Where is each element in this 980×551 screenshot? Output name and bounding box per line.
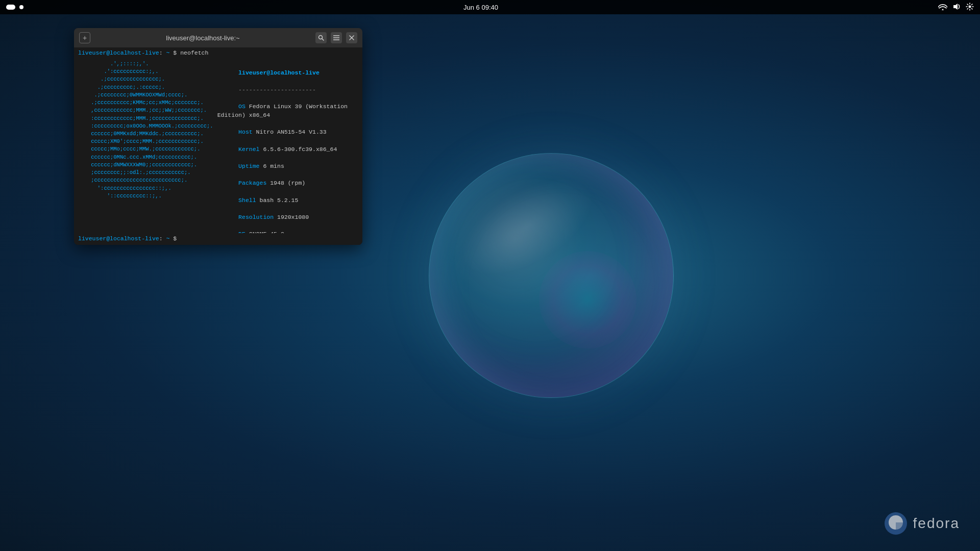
nf-uptime-label: Uptime [238,163,259,169]
svg-line-4 [322,39,324,40]
terminal-prompt: liveuser@localhost-live: ~ $ [74,233,362,245]
terminal-titlebar: + liveuser@localhost-live:~ [74,28,362,47]
nf-shell-label: Shell [238,197,256,204]
nf-username: liveuser@localhost-live [238,69,320,76]
nf-packages-label: Packages [238,180,266,186]
nf-os-value: Fedora Linux 39 (Workstation Edition) x8… [217,103,351,118]
nf-uptime-value: 6 mins [260,163,284,169]
nf-shell-value: bash 5.2.15 [256,197,299,204]
svg-point-2 [968,5,971,8]
close-button[interactable] [346,32,357,43]
nf-host-value: Nitro AN515-54 V1.33 [253,129,327,135]
activities-indicator [6,5,15,10]
activities-dot [19,5,23,9]
titlebar-left: + [79,32,90,43]
prompt-dollar2: $ [169,235,177,242]
settings-icon [966,3,974,12]
fedora-wordmark: fedora [913,515,960,532]
nf-host-label: Host [238,129,253,135]
wifi-icon [938,3,947,12]
command-text: neofetch [180,49,208,56]
nf-os-label: OS [238,103,246,110]
svg-point-3 [319,36,323,39]
bubble-decoration [429,153,674,398]
svg-marker-1 [953,4,958,10]
terminal-window: + liveuser@localhost-live:~ [74,28,362,245]
search-button[interactable] [315,32,327,43]
topbar-left [6,5,23,10]
topbar-datetime: Jun 6 09:40 [463,4,498,11]
nf-kernel-value: 6.5.6-300.fc39.x86_64 [260,146,337,153]
prompt-dollar: $ [169,49,180,56]
prompt-user: liveuser@localhost-live [78,235,159,242]
datetime-label: Jun 6 09:40 [463,4,498,11]
sound-icon [952,3,961,12]
nf-separator: ---------------------- [238,86,316,93]
titlebar-right [315,32,357,43]
prompt-colon: : [159,49,166,56]
terminal-title: liveuser@localhost-live:~ [90,34,315,42]
nf-kernel-label: Kernel [238,146,259,153]
topbar-right [938,3,974,12]
neofetch-info: liveuser@localhost-live ----------------… [213,60,358,230]
menu-button[interactable] [331,32,342,43]
nf-packages-value: 1948 (rpm) [266,180,305,186]
fedora-logo: fedora [884,511,960,536]
topbar: Jun 6 09:40 [0,0,980,14]
new-tab-button[interactable]: + [79,32,90,43]
terminal-title-text: liveuser@localhost-live:~ [166,34,239,42]
ascii-art: .',;::::;,'. .':cccccccccc:;,. .;ccccccc… [78,60,213,230]
terminal-content: .',;::::;,'. .':cccccccccc:;,. .;ccccccc… [74,57,362,233]
prompt-colon2: : [159,235,166,242]
nf-resolution-label: Resolution [238,214,274,220]
fedora-icon [884,511,908,536]
prompt-prefix: liveuser@localhost-live [78,49,159,56]
nf-resolution-value: 980x551 [274,214,309,220]
